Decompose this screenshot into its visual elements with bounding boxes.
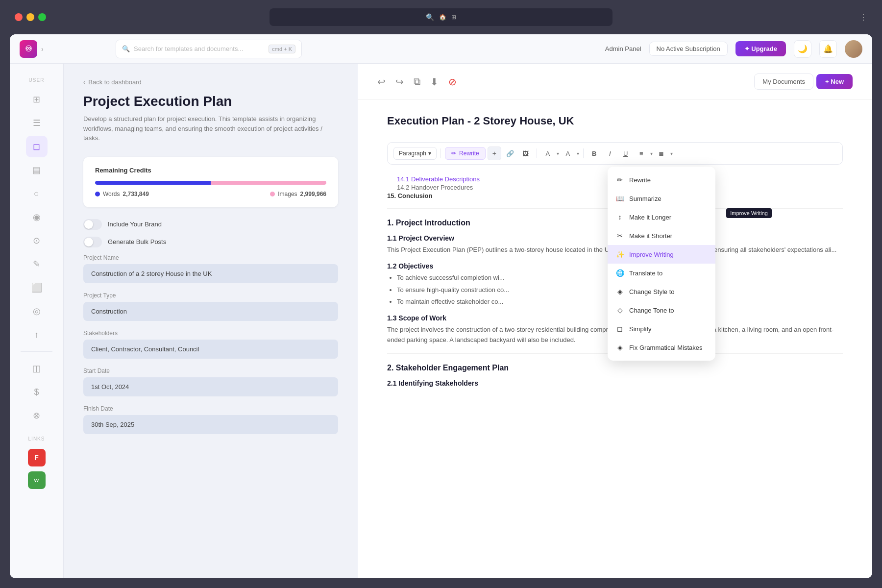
- address-text: 🏠: [439, 14, 446, 21]
- rewrite-label: Rewrite: [459, 150, 479, 157]
- dropdown-simplify[interactable]: ◻ Simplify: [608, 319, 715, 338]
- project-name-group: Project Name: [83, 254, 338, 283]
- copy-btn[interactable]: ⧉: [414, 76, 420, 87]
- dropdown-fix-grammar[interactable]: ◈ Fix Grammatical Mistakes: [608, 338, 715, 357]
- dark-mode-btn[interactable]: 🌙: [794, 40, 811, 58]
- project-name-input[interactable]: [83, 264, 338, 283]
- simplify-icon: ◻: [615, 324, 624, 333]
- dropdown-rewrite-label: Rewrite: [629, 176, 651, 184]
- my-documents-btn[interactable]: My Documents: [754, 74, 813, 90]
- page-title: Project Execution Plan: [83, 94, 338, 109]
- undo-btn[interactable]: ↩: [377, 76, 386, 88]
- logo-area: ♾ ›: [20, 40, 108, 58]
- new-document-btn[interactable]: + New: [816, 74, 853, 89]
- sidebar-item-image[interactable]: ⬜: [26, 277, 48, 298]
- sidebar-item-billing[interactable]: $: [26, 381, 48, 403]
- search-bar[interactable]: 🔍 Search for templates and documents... …: [116, 40, 302, 58]
- sidebar-item-misc[interactable]: ⊗: [26, 405, 48, 426]
- words-label: Words: [103, 191, 120, 197]
- notifications-btn[interactable]: 🔔: [819, 40, 837, 58]
- dropdown-improve-writing[interactable]: ✨ Improve Writing: [608, 245, 715, 264]
- dropdown-rewrite[interactable]: ✏ Rewrite: [608, 171, 715, 189]
- sidebar-item-settings[interactable]: ⊙: [26, 230, 48, 251]
- include-brand-toggle[interactable]: [83, 219, 102, 230]
- download-btn[interactable]: ⬇: [430, 76, 439, 88]
- paragraph-label: Paragraph: [399, 150, 426, 157]
- sidebar-divider: [21, 351, 52, 352]
- dropdown-change-style[interactable]: ◈ Change Style to: [608, 282, 715, 301]
- search-icon: 🔍: [122, 45, 130, 52]
- sidebar-item-edit[interactable]: ✎: [26, 253, 48, 275]
- bold-btn[interactable]: B: [588, 147, 601, 160]
- collapse-sidebar-btn[interactable]: ›: [41, 45, 44, 53]
- improve-writing-tooltip: Improve Writing: [726, 208, 772, 218]
- sidebar-link-w[interactable]: w: [28, 471, 46, 489]
- right-panel-header: ↩ ↪ ⧉ ⬇ ⊘ My Documents + New: [358, 64, 872, 100]
- sidebar-item-list[interactable]: ☰: [26, 112, 48, 134]
- bullet-list-btn[interactable]: ≡: [635, 147, 648, 160]
- bullet-chevron[interactable]: ▾: [650, 151, 653, 156]
- dropdown-make-shorter[interactable]: ✂ Make it Shorter: [608, 226, 715, 245]
- redo-btn[interactable]: ↪: [395, 76, 404, 88]
- summarize-icon: 📖: [615, 194, 624, 203]
- finish-date-input[interactable]: [83, 415, 338, 434]
- paragraph-select[interactable]: Paragraph ▾: [393, 147, 437, 160]
- project-type-input[interactable]: [83, 302, 338, 321]
- sidebar-item-brand[interactable]: ◎: [26, 300, 48, 322]
- address-bar[interactable]: 🔍 🏠 ⊞: [270, 8, 612, 26]
- grammar-icon: ◈: [615, 343, 624, 352]
- upgrade-button[interactable]: ✦ Upgrade: [735, 41, 786, 56]
- project-name-label: Project Name: [83, 254, 338, 261]
- numbered-chevron[interactable]: ▾: [670, 151, 673, 156]
- stop-btn[interactable]: ⊘: [448, 76, 457, 88]
- sidebar-item-docs[interactable]: ◻: [26, 136, 48, 157]
- toolbar-divider-1: [441, 148, 441, 158]
- dropdown-summarize[interactable]: 📖 Summarize: [608, 189, 715, 208]
- sidebar-item-arrows[interactable]: ↑: [26, 324, 48, 345]
- sidebar-item-panel[interactable]: ◫: [26, 358, 48, 379]
- sidebar-link-f[interactable]: F: [28, 449, 46, 466]
- link-btn[interactable]: 🔗: [503, 147, 517, 160]
- font-color-btn[interactable]: A: [541, 147, 555, 160]
- dropdown-translate[interactable]: 🌐 Translate to: [608, 264, 715, 282]
- dropdown-make-longer[interactable]: ↕ Make it Longer: [608, 208, 715, 226]
- bulk-posts-toggle[interactable]: [83, 237, 102, 247]
- rewrite-btn[interactable]: ✏ Rewrite: [445, 147, 486, 160]
- app-logo[interactable]: ♾: [20, 40, 37, 58]
- images-dot: [270, 192, 275, 196]
- stakeholders-input[interactable]: [83, 340, 338, 359]
- rewrite-icon: ✏: [615, 175, 624, 184]
- main-content: ‹ Back to dashboard Project Execution Pl…: [64, 64, 872, 578]
- font-color-chevron[interactable]: ▾: [557, 151, 559, 156]
- back-label: Back to dashboard: [88, 78, 141, 86]
- words-credit: Words 2,733,849: [95, 191, 149, 197]
- underline-btn[interactable]: U: [619, 147, 633, 160]
- image-btn[interactable]: 🖼: [519, 147, 533, 160]
- numbered-list-btn[interactable]: ≣: [655, 147, 668, 160]
- sidebar-item-analytics[interactable]: ◉: [26, 206, 48, 228]
- browser-chrome: 🔍 🏠 ⊞ ⋮: [0, 0, 882, 34]
- italic-btn[interactable]: I: [603, 147, 617, 160]
- sidebar-item-grid[interactable]: ⊞: [26, 89, 48, 110]
- user-avatar[interactable]: [845, 40, 862, 58]
- bulk-posts-label: Generate Bulk Posts: [108, 238, 166, 245]
- more-icon[interactable]: ⋮: [859, 13, 867, 22]
- back-to-dashboard[interactable]: ‹ Back to dashboard: [83, 78, 338, 86]
- highlight-btn[interactable]: A: [561, 147, 575, 160]
- dropdown-simplify-label: Simplify: [629, 325, 652, 333]
- toolbar-divider-2: [537, 148, 537, 158]
- project-type-label: Project Type: [83, 292, 338, 299]
- highlight-chevron[interactable]: ▾: [577, 151, 579, 156]
- dropdown-change-tone[interactable]: ◇ Change Tone to: [608, 301, 715, 319]
- add-action-btn[interactable]: +: [488, 147, 501, 160]
- app-header: ♾ › 🔍 Search for templates and documents…: [10, 34, 872, 64]
- credits-progress-bar: [95, 181, 326, 185]
- start-date-input[interactable]: [83, 377, 338, 396]
- minimize-dot[interactable]: [26, 13, 34, 21]
- fullscreen-dot[interactable]: [38, 13, 46, 21]
- admin-panel-btn[interactable]: Admin Panel: [605, 45, 641, 52]
- sidebar-item-table[interactable]: ▤: [26, 159, 48, 181]
- sidebar-item-chat[interactable]: ○: [26, 183, 48, 204]
- close-dot[interactable]: [15, 13, 23, 21]
- stakeholders-label: Stakeholders: [83, 330, 338, 337]
